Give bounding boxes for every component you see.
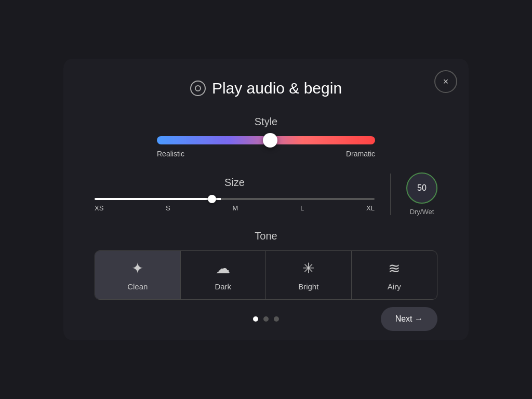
- tone-name-airy: Airy: [388, 282, 401, 291]
- size-label: Size: [95, 177, 375, 189]
- size-track[interactable]: [95, 197, 375, 201]
- style-labels: Realistic Dramatic: [157, 150, 375, 158]
- tone-section: Tone ✦ Clean ☁ Dark ✳ Bright ≋ Airy: [95, 230, 437, 300]
- pagination-dot-2[interactable]: [263, 316, 269, 322]
- tone-name-dark: Dark: [215, 282, 231, 291]
- size-slider-container: XS S M L XL: [95, 197, 375, 212]
- drywet-knob[interactable]: 50: [406, 172, 437, 204]
- tone-label: Tone: [95, 230, 437, 242]
- pagination-dot-1[interactable]: [253, 316, 258, 322]
- style-label: Style: [95, 116, 437, 128]
- tone-item-bright[interactable]: ✳ Bright: [266, 251, 352, 299]
- pagination-dots: [253, 316, 279, 322]
- style-thumb[interactable]: [263, 133, 277, 148]
- tone-item-airy[interactable]: ≋ Airy: [352, 251, 437, 299]
- size-thumb[interactable]: [208, 195, 216, 203]
- next-label: Next →: [395, 314, 423, 324]
- tone-item-dark[interactable]: ☁ Dark: [181, 251, 267, 299]
- airy-icon: ≋: [388, 261, 400, 276]
- dark-icon: ☁: [216, 261, 230, 276]
- close-button[interactable]: ×: [434, 70, 457, 93]
- size-label-s: S: [166, 204, 170, 212]
- size-label-xl: XL: [366, 204, 375, 212]
- size-drywet-section: Size XS S M L XL: [95, 172, 437, 216]
- size-drywet-divider: [390, 174, 391, 215]
- pagination-dot-3[interactable]: [274, 316, 279, 322]
- audio-icon: [190, 81, 206, 96]
- tone-name-clean: Clean: [127, 282, 148, 291]
- next-button[interactable]: Next →: [381, 307, 437, 331]
- drywet-value: 50: [417, 183, 427, 193]
- style-track[interactable]: [157, 136, 375, 144]
- bottom-row: Next →: [95, 316, 437, 322]
- bright-icon: ✳: [302, 261, 314, 276]
- style-section: Style Realistic Dramatic: [95, 116, 437, 158]
- drywet-section: 50 Dry/Wet: [406, 172, 437, 216]
- clean-icon: ✦: [131, 261, 143, 276]
- size-label-l: L: [300, 204, 304, 212]
- style-right-label: Dramatic: [346, 150, 375, 158]
- size-drywet-row: Size XS S M L XL: [95, 172, 437, 216]
- size-section: Size XS S M L XL: [95, 177, 375, 212]
- title-row: Play audio & begin: [95, 79, 437, 97]
- size-labels: XS S M L XL: [95, 204, 375, 212]
- size-label-m: M: [233, 204, 238, 212]
- tone-item-clean[interactable]: ✦ Clean: [95, 251, 181, 299]
- size-track-bg: [95, 198, 375, 200]
- drywet-label: Dry/Wet: [410, 208, 434, 216]
- page-title: Play audio & begin: [212, 79, 342, 97]
- tone-grid: ✦ Clean ☁ Dark ✳ Bright ≋ Airy: [95, 250, 437, 300]
- style-left-label: Realistic: [157, 150, 184, 158]
- style-slider-container: Realistic Dramatic: [157, 136, 375, 158]
- size-label-xs: XS: [95, 204, 103, 212]
- close-icon: ×: [443, 76, 449, 87]
- modal: × Play audio & begin Style Realistic Dra…: [63, 59, 469, 340]
- tone-name-bright: Bright: [298, 282, 318, 291]
